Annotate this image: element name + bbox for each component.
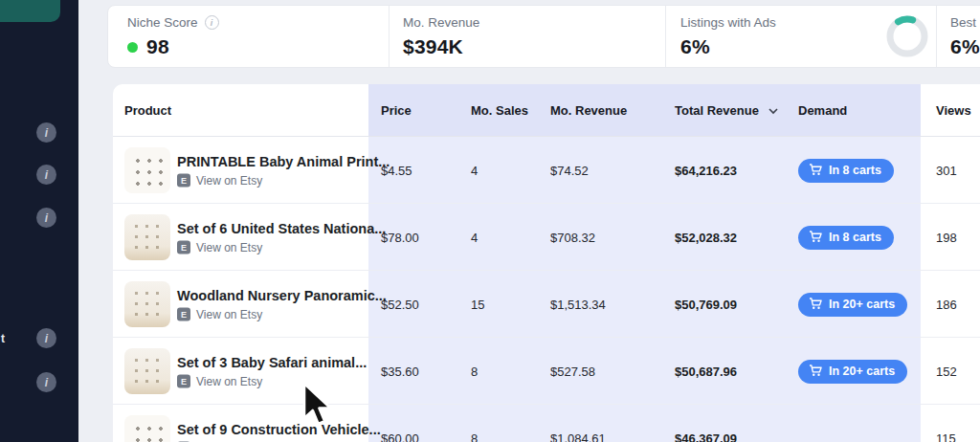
mouse-cursor xyxy=(301,382,337,428)
product-title[interactable]: Woodland Nursery Panoramic... xyxy=(177,287,387,302)
demand-badge: In 20+ carts xyxy=(798,293,907,317)
views-cell: 198 xyxy=(936,204,957,271)
info-icon[interactable]: i xyxy=(205,15,219,30)
col-header-price[interactable]: Price xyxy=(381,84,412,137)
sidebar-clipped-label: t xyxy=(1,332,5,345)
products-table: Product Price Mo. Sales Mo. Revenue Tota… xyxy=(113,84,980,442)
etsy-icon: E xyxy=(177,173,190,187)
info-icon[interactable]: i xyxy=(36,208,56,228)
cart-icon xyxy=(809,164,822,176)
mo-sales-cell: 8 xyxy=(471,338,478,405)
table-body: PRINTABLE Baby Animal Print... E View on… xyxy=(113,137,980,442)
product-title[interactable]: Set of 9 Construction Vehicle... xyxy=(177,421,381,436)
col-header-demand[interactable]: Demand xyxy=(798,84,847,137)
stat-best: Best 6% xyxy=(950,15,980,58)
total-revenue-cell: $50,769.09 xyxy=(675,271,737,338)
table-row[interactable]: PRINTABLE Baby Animal Print... E View on… xyxy=(113,137,980,204)
total-revenue-cell: $52,028.32 xyxy=(675,204,737,271)
stat-label: Best xyxy=(950,15,976,30)
chevron-down-icon xyxy=(768,106,778,116)
info-icon[interactable]: i xyxy=(36,372,56,392)
demand-cell: In 20+ carts xyxy=(798,338,907,405)
divider xyxy=(389,6,390,67)
score-dot-icon xyxy=(127,42,138,53)
info-icon[interactable]: i xyxy=(36,328,56,348)
product-thumbnail[interactable] xyxy=(124,281,170,327)
view-on-etsy-link[interactable]: E View on Etsy xyxy=(177,374,367,387)
mo-sales-cell: 8 xyxy=(471,405,478,442)
stat-label: Mo. Revenue xyxy=(403,15,479,30)
table-row[interactable]: Set of 3 Baby Safari animal... E View on… xyxy=(113,338,980,405)
cart-icon xyxy=(809,231,822,243)
divider xyxy=(936,6,937,67)
left-sidebar: i i i i i t xyxy=(0,0,78,442)
views-cell: 152 xyxy=(936,338,957,405)
table-row[interactable]: Set of 6 United States Nationa... E View… xyxy=(113,204,980,271)
stat-value: 6% xyxy=(680,35,710,58)
stat-listings-with-ads: Listings with Ads 6% xyxy=(680,15,776,58)
product-title[interactable]: Set of 6 United States Nationa... xyxy=(177,220,386,235)
demand-cell: In 8 carts xyxy=(798,137,894,204)
view-on-etsy-link[interactable]: E View on Etsy xyxy=(177,240,386,254)
stat-mo-revenue: Mo. Revenue $394K xyxy=(403,15,479,58)
price-cell: $4.55 xyxy=(381,137,412,204)
stat-value: 98 xyxy=(146,35,169,58)
mo-revenue-cell: $1,513.34 xyxy=(550,271,606,338)
stat-value: 6% xyxy=(950,35,980,58)
demand-cell: In 8 carts xyxy=(798,204,894,271)
etsy-icon: E xyxy=(177,307,190,320)
stat-label: Niche Score xyxy=(127,15,198,30)
cart-icon xyxy=(809,365,822,377)
views-cell: 186 xyxy=(936,271,957,338)
demand-badge: In 20+ carts xyxy=(798,360,907,384)
col-header-mo-sales[interactable]: Mo. Sales xyxy=(471,84,528,137)
mo-sales-cell: 4 xyxy=(471,137,478,204)
mo-revenue-cell: $1,084.61 xyxy=(550,405,606,442)
divider xyxy=(665,6,666,67)
product-thumbnail[interactable] xyxy=(124,147,170,193)
demand-cell: In 20+ carts xyxy=(798,271,907,338)
price-cell: $52.50 xyxy=(381,271,419,338)
mo-revenue-cell: $708.32 xyxy=(550,204,595,271)
total-revenue-cell: $46,367.09 xyxy=(675,405,737,442)
mo-revenue-cell: $74.52 xyxy=(550,137,589,204)
view-on-etsy-link[interactable]: E View on Etsy xyxy=(177,307,387,320)
product-thumbnail[interactable] xyxy=(124,348,170,394)
table-header-row: Product Price Mo. Sales Mo. Revenue Tota… xyxy=(113,84,980,137)
mo-sales-cell: 4 xyxy=(471,204,478,271)
total-revenue-cell: $64,216.23 xyxy=(675,137,737,204)
product-title[interactable]: Set of 3 Baby Safari animal... xyxy=(177,354,367,369)
info-icon[interactable]: i xyxy=(36,165,56,185)
product-thumbnail[interactable] xyxy=(124,214,170,260)
price-cell: $78.00 xyxy=(381,204,419,271)
etsy-icon: E xyxy=(177,374,190,387)
view-on-etsy-link[interactable]: E View on Etsy xyxy=(177,173,390,187)
stat-value: $394K xyxy=(403,35,463,58)
table-row[interactable]: Woodland Nursery Panoramic... E View on … xyxy=(113,271,980,338)
demand-badge: In 8 carts xyxy=(798,226,894,250)
col-header-mo-revenue[interactable]: Mo. Revenue xyxy=(550,84,627,137)
price-cell: $60.00 xyxy=(381,405,419,442)
info-icon[interactable]: i xyxy=(36,122,56,143)
views-cell: 115 xyxy=(936,405,956,442)
views-cell: 301 xyxy=(936,137,957,204)
cart-icon xyxy=(809,298,822,310)
stat-label: Listings with Ads xyxy=(680,15,776,30)
product-title[interactable]: PRINTABLE Baby Animal Print... xyxy=(177,153,390,168)
niche-stats-bar: Niche Score i 98 Mo. Revenue $394K Listi… xyxy=(107,5,980,68)
product-thumbnail[interactable] xyxy=(124,415,170,442)
col-header-views[interactable]: Views xyxy=(936,84,971,137)
table-row[interactable]: Set of 9 Construction Vehicle... E View … xyxy=(113,405,980,442)
stat-niche-score: Niche Score i 98 xyxy=(127,15,219,58)
mo-sales-cell: 15 xyxy=(471,271,484,338)
col-header-total-revenue[interactable]: Total Revenue xyxy=(675,84,778,137)
etsy-icon: E xyxy=(177,240,190,254)
sidebar-teal-accent xyxy=(0,0,60,22)
demand-badge: In 8 carts xyxy=(798,159,894,183)
listings-ads-donut-chart xyxy=(885,14,929,58)
mo-revenue-cell: $527.58 xyxy=(550,338,595,405)
price-cell: $35.60 xyxy=(381,338,419,405)
total-revenue-cell: $50,687.96 xyxy=(675,338,737,405)
col-header-product[interactable]: Product xyxy=(124,84,171,137)
